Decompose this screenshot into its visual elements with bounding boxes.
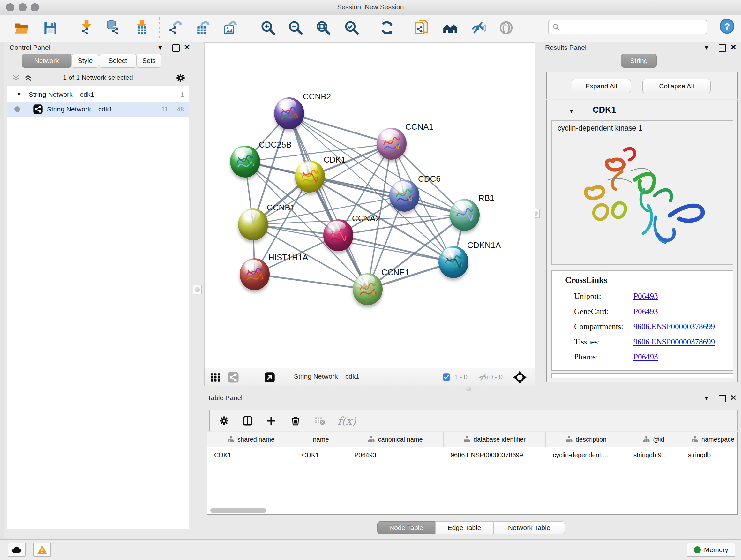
export-table-button[interactable] xyxy=(193,16,213,39)
string-import-button[interactable] xyxy=(412,16,432,39)
birdseye-view-icon[interactable] xyxy=(264,372,275,383)
selected-checkbox-icon[interactable] xyxy=(442,373,451,381)
export-image-button[interactable] xyxy=(221,16,241,39)
refresh-icon xyxy=(379,19,395,37)
network-node-ccna1[interactable] xyxy=(377,128,407,160)
control-panel-collapse-icon[interactable]: ▼ xyxy=(157,44,163,51)
results-panel-close-icon[interactable]: ✕ xyxy=(730,44,737,51)
tab-network-table[interactable]: Network Table xyxy=(493,521,565,534)
horizontal-splitter-handle[interactable] xyxy=(466,387,471,391)
expand-all-button[interactable]: Expand All xyxy=(571,79,631,93)
network-node-ccnb2[interactable] xyxy=(274,98,304,129)
column-header-databaseidentifier[interactable]: database identifier xyxy=(444,432,546,447)
network-node-cdc25b[interactable] xyxy=(230,145,260,178)
gear-icon xyxy=(219,415,229,426)
zoom-in-button[interactable] xyxy=(258,16,278,39)
import-network-from-file-button[interactable] xyxy=(77,16,96,39)
network-node-ccne1[interactable] xyxy=(353,273,383,305)
table-panel-close-icon[interactable]: ✕ xyxy=(730,394,737,401)
column-header-description[interactable]: description xyxy=(546,432,626,447)
presentation-mode-button[interactable] xyxy=(496,16,516,39)
column-header-name[interactable]: name xyxy=(295,432,347,447)
table-panel-float-icon[interactable] xyxy=(719,395,726,402)
crosslink-link[interactable]: P06493 xyxy=(633,292,658,301)
column-header-sharedname[interactable]: shared name xyxy=(207,432,295,447)
tab-select[interactable]: Select xyxy=(99,54,137,68)
export-network-button[interactable] xyxy=(166,16,186,39)
open-session-button[interactable] xyxy=(12,16,31,39)
tab-style[interactable]: Style xyxy=(71,54,99,68)
tree-root-row[interactable]: ▼ String Network – cdk11 xyxy=(7,87,189,102)
control-panel-close-icon[interactable]: ✕ xyxy=(184,44,190,51)
column-tree-icon xyxy=(643,436,650,443)
hidden-eye-slash-icon[interactable] xyxy=(478,372,488,382)
import-network-from-database-button[interactable] xyxy=(104,16,123,39)
column-header-canonicalname[interactable]: canonical name xyxy=(347,432,444,447)
crosslink-label: Tissues: xyxy=(574,337,600,347)
tab-network[interactable]: Network xyxy=(22,54,71,68)
zoom-selected-button[interactable] xyxy=(342,16,361,39)
tab-sets[interactable]: Sets xyxy=(137,54,161,68)
network-node-cdkn1a[interactable] xyxy=(439,246,468,278)
crosslink-link[interactable]: P06493 xyxy=(633,307,658,316)
cloud-button[interactable] xyxy=(8,543,25,557)
tree-collapse-icon[interactable]: ▼ xyxy=(16,91,22,98)
tab-edge-table[interactable]: Edge Table xyxy=(435,521,493,534)
left-splitter-handle[interactable] xyxy=(193,285,202,294)
delete-column-button[interactable] xyxy=(287,414,304,428)
pan-crosshair-icon[interactable] xyxy=(513,370,527,384)
network-node-rb1[interactable] xyxy=(450,199,480,231)
search-input[interactable] xyxy=(563,22,706,32)
node-structure-thumbnail xyxy=(444,253,463,273)
hide-panels-button[interactable] xyxy=(468,16,488,39)
crosslink-link[interactable]: P06493 xyxy=(633,353,658,361)
results-panel-float-icon[interactable] xyxy=(719,44,726,52)
delete-table-button[interactable] xyxy=(311,414,328,428)
crosslink-label: Compartments: xyxy=(574,322,623,331)
refresh-network-button[interactable] xyxy=(377,16,397,39)
zoom-fit-button[interactable] xyxy=(313,16,333,39)
crosslinks-heading: CrossLinks xyxy=(565,275,607,285)
memory-status-dot xyxy=(694,546,701,553)
column-header-id[interactable]: @id xyxy=(626,432,681,447)
network-node-ccnb1[interactable] xyxy=(238,208,268,240)
network-options-gear-icon[interactable] xyxy=(176,73,186,83)
network-canvas[interactable]: CCNB2 CCNA1 CDC25B CDK1 CDC6 RB1 CCNB1 C… xyxy=(204,43,535,368)
tab-node-table[interactable]: Node Table xyxy=(377,521,435,534)
tree-network-row[interactable]: String Network – cdk1 11 48 xyxy=(7,102,189,117)
zoom-out-button[interactable] xyxy=(286,16,306,39)
function-builder-button[interactable]: f(x) xyxy=(334,414,360,428)
save-session-button[interactable] xyxy=(41,16,60,39)
tab-string[interactable]: String xyxy=(621,54,657,68)
node-structure-thumbnail xyxy=(395,187,414,207)
table-settings-button[interactable] xyxy=(215,414,232,428)
network-node-hist1h1a[interactable] xyxy=(240,258,270,290)
next-section-box-partial xyxy=(551,373,733,378)
warnings-button[interactable] xyxy=(33,543,51,557)
help-button[interactable]: ? xyxy=(719,18,735,35)
gene-collapse-icon[interactable]: ▼ xyxy=(568,108,575,115)
node-table: shared namenamecanonical namedatabase id… xyxy=(207,432,738,515)
crosslink-link[interactable]: 9606.ENSP00000378699 xyxy=(633,337,715,347)
network-row-label: String Network – cdk1 xyxy=(47,105,112,113)
table-panel-collapse-icon[interactable]: ▼ xyxy=(703,395,710,401)
control-panel-float-icon[interactable] xyxy=(172,44,180,52)
table-hscrollbar-thumb[interactable] xyxy=(210,508,266,513)
network-node-cdk1[interactable] xyxy=(295,161,325,192)
memory-button[interactable]: Memory xyxy=(687,543,735,557)
export-network-icon xyxy=(168,19,184,37)
table-cell: stringdb:9... xyxy=(626,449,681,461)
import-table-from-file-button[interactable] xyxy=(132,16,151,39)
add-column-button[interactable] xyxy=(263,414,280,428)
crosslink-link[interactable]: 9606.ENSP00000378699 xyxy=(633,322,715,331)
column-header-namespace[interactable]: namespace xyxy=(681,432,738,447)
network-tree: ▼ String Network – cdk11 String Network … xyxy=(7,85,189,530)
collapse-all-button[interactable]: Collapse All xyxy=(643,79,711,93)
home-button[interactable] xyxy=(441,16,460,39)
results-panel-collapse-icon[interactable]: ▼ xyxy=(703,44,710,51)
network-node-ccna2[interactable] xyxy=(323,219,353,251)
grid-view-icon[interactable] xyxy=(210,372,221,383)
network-node-cdc6[interactable] xyxy=(389,180,419,212)
network-share-gray-icon[interactable] xyxy=(227,372,239,383)
show-columns-button[interactable] xyxy=(239,414,256,428)
